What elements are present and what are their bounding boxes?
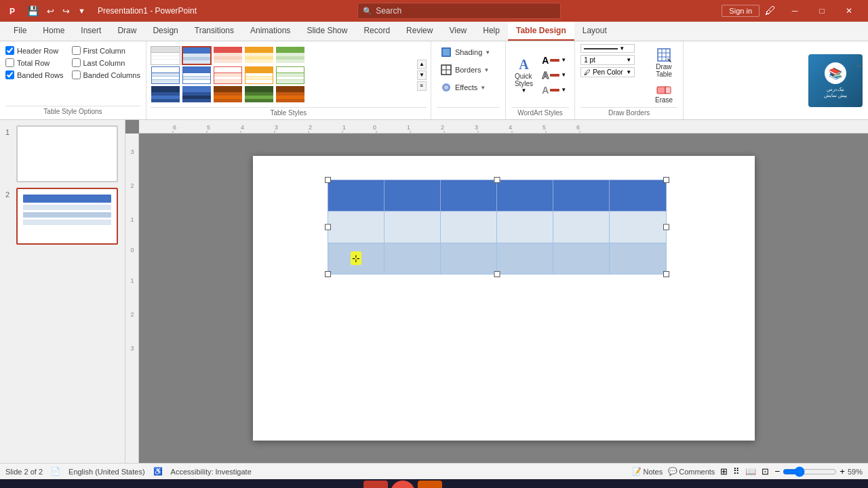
zoom-slider[interactable] — [783, 466, 837, 477]
tab-help[interactable]: Help — [475, 22, 508, 41]
total-row-label[interactable]: Total Row — [17, 59, 50, 67]
last-column-label[interactable]: Last Column — [83, 59, 125, 67]
banded-rows-label[interactable]: Banded Rows — [17, 71, 64, 79]
search-container: 🔍 — [357, 3, 561, 19]
banded-columns-checkbox[interactable] — [72, 70, 81, 79]
title-bar-right: Sign in 🖊 ─ □ ✕ — [722, 0, 863, 22]
comments-button[interactable]: 💬 Comments — [668, 467, 715, 476]
normal-view-button[interactable]: ⊞ — [720, 466, 728, 476]
tab-design[interactable]: Design — [144, 22, 186, 41]
save-button[interactable]: 💾 — [24, 4, 41, 18]
shading-button[interactable]: Shading ▼ — [437, 44, 500, 60]
restore-button[interactable]: □ — [808, 0, 835, 22]
first-column-label[interactable]: First Column — [83, 47, 125, 55]
draw-table-button[interactable]: DrawTable — [651, 44, 677, 81]
header-row-checkbox[interactable] — [5, 46, 14, 55]
text-effects-arrow: ▼ — [561, 87, 566, 93]
tab-insert[interactable]: Insert — [73, 22, 109, 41]
effects-button[interactable]: Effects ▼ — [437, 79, 500, 96]
tab-record[interactable]: Record — [355, 22, 398, 41]
search-input[interactable] — [357, 3, 561, 19]
handle-mr[interactable] — [663, 224, 669, 230]
text-fill-button[interactable]: A ▼ — [539, 54, 569, 67]
slideshow-button[interactable]: ⊡ — [762, 466, 769, 476]
text-effects-button[interactable]: A ▼ — [539, 83, 569, 97]
slide-sorter-button[interactable]: ⠿ — [733, 466, 740, 476]
wc-button[interactable]: 🖊 — [765, 5, 776, 17]
undo-button[interactable]: ↩ — [44, 4, 57, 18]
header-row-label[interactable]: Header Row — [17, 47, 58, 55]
minimize-button[interactable]: ─ — [781, 0, 808, 22]
signin-button[interactable]: Sign in — [722, 5, 760, 17]
handle-br[interactable] — [663, 271, 669, 277]
tab-draw[interactable]: Draw — [109, 22, 144, 41]
banded-columns-label[interactable]: Banded Columns — [83, 71, 140, 79]
last-column-checkbox[interactable] — [72, 58, 81, 67]
table-style-6[interactable] — [151, 66, 180, 85]
table-style-12[interactable] — [182, 85, 212, 104]
tab-review[interactable]: Review — [398, 22, 441, 41]
tab-view[interactable]: View — [441, 22, 475, 41]
zoom-in-button[interactable]: + — [840, 466, 845, 476]
handle-ml[interactable] — [325, 224, 331, 230]
tab-slideshow[interactable]: Slide Show — [298, 22, 355, 41]
start-button[interactable]: ⊞ — [5, 485, 16, 488]
first-column-checkbox[interactable] — [72, 46, 81, 55]
text-outline-button[interactable]: A ▼ — [539, 68, 569, 82]
style-scroll-up[interactable]: ▲ — [417, 60, 427, 69]
taskbar-record-icon[interactable]: ⏺ — [391, 481, 415, 488]
tab-tabledesign[interactable]: Table Design — [508, 22, 574, 41]
table-style-7[interactable] — [182, 66, 212, 85]
shading-group-label: ​ — [437, 107, 500, 117]
zoom-out-button[interactable]: − — [774, 466, 780, 476]
table-style-5[interactable] — [275, 46, 305, 65]
table-style-14[interactable] — [244, 85, 274, 104]
total-row-checkbox[interactable] — [5, 58, 14, 67]
eraser-button[interactable]: Erase — [650, 82, 677, 106]
tab-transitions[interactable]: Transitions — [186, 22, 242, 41]
table-style-3[interactable] — [213, 46, 243, 65]
table-style-blue[interactable] — [182, 46, 212, 65]
handle-tr[interactable] — [663, 177, 669, 183]
ribbon-collapse-button[interactable]: ⌃ — [855, 63, 863, 73]
table-style-9[interactable] — [244, 66, 274, 85]
table-style-10[interactable] — [275, 66, 305, 85]
handle-tl[interactable] — [325, 177, 331, 183]
handle-bm[interactable] — [494, 271, 500, 277]
redo-button[interactable]: ↪ — [60, 4, 73, 18]
slide-thumb-1[interactable] — [16, 125, 118, 182]
handle-bl[interactable] — [325, 271, 331, 277]
table-style-4[interactable] — [244, 46, 274, 65]
slide-thumb-2[interactable] — [16, 188, 118, 245]
banded-rows-checkbox[interactable] — [5, 70, 14, 79]
move-cursor[interactable]: ⊹ — [351, 251, 361, 265]
table-style-8[interactable] — [213, 66, 243, 85]
tab-home[interactable]: Home — [35, 22, 73, 41]
tab-layout[interactable]: Layout — [574, 22, 615, 41]
notes-button[interactable]: 📝 Notes — [632, 467, 663, 476]
table-cell — [384, 180, 440, 211]
svg-text:4: 4 — [509, 124, 512, 131]
table-style-none[interactable] — [151, 46, 180, 65]
style-scroll-down[interactable]: ▼ — [417, 70, 427, 80]
table-style-15[interactable] — [275, 85, 305, 104]
pen-color-dropdown[interactable]: 🖊 Pen Color ▼ — [580, 67, 635, 77]
tab-animations[interactable]: Animations — [242, 22, 298, 41]
slide-panel: 1 2 — [0, 120, 125, 463]
close-button[interactable]: ✕ — [835, 0, 863, 22]
quick-styles-button[interactable]: A QuickStyles ▼ — [511, 55, 536, 96]
handle-tm[interactable] — [494, 177, 500, 183]
style-more[interactable]: ≡ — [417, 81, 427, 91]
thumb-row-2 — [23, 212, 111, 218]
pen-style-dropdown[interactable]: ▼ — [580, 44, 635, 53]
slide-canvas[interactable]: ⊹ — [139, 134, 868, 463]
table-style-13[interactable] — [213, 85, 243, 104]
tab-file[interactable]: File — [5, 22, 35, 41]
reading-view-button[interactable]: 📖 — [745, 466, 756, 476]
taskbar-ppt-icon[interactable]: P — [363, 481, 388, 488]
customize-button[interactable]: ▼ — [75, 4, 88, 18]
table-style-11[interactable] — [151, 85, 180, 104]
pen-weight-dropdown[interactable]: 1 pt ▼ — [580, 55, 635, 65]
borders-button[interactable]: Borders ▼ — [437, 62, 500, 78]
taskbar-app-icon[interactable]: P — [418, 481, 442, 488]
